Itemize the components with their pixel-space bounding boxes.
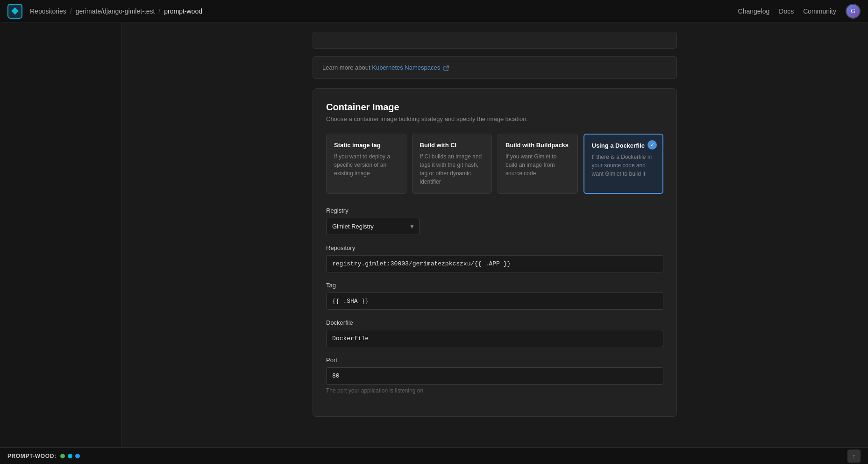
registry-group: Registry Gimlet Registry ▼ — [326, 207, 663, 235]
logo[interactable] — [7, 4, 22, 19]
k8s-learn-more-text: Learn more about — [322, 64, 372, 71]
section-title: Container Image — [326, 102, 663, 113]
selected-check-icon: ✓ — [647, 140, 657, 150]
status-dot-3 — [75, 454, 80, 458]
navbar: Repositories / gerimate/django-gimlet-te… — [0, 0, 868, 22]
layout: Learn more about Kubernetes Namespaces C… — [0, 22, 868, 464]
dockerfile-input[interactable] — [326, 330, 663, 347]
strategy-desc-ci: If CI builds an image and tags it with t… — [420, 152, 484, 186]
breadcrumb-current: prompt-wood — [164, 7, 202, 15]
registry-select-wrapper: Gimlet Registry ▼ — [326, 218, 420, 235]
status-dot-1 — [60, 454, 65, 458]
external-link-icon — [443, 65, 449, 71]
breadcrumb-org-repo[interactable]: gerimate/django-gimlet-test — [76, 7, 155, 15]
community-link[interactable]: Community — [803, 7, 836, 15]
sidebar — [0, 22, 121, 464]
repository-group: Repository — [326, 244, 663, 272]
tag-label: Tag — [326, 282, 663, 289]
registry-select[interactable]: Gimlet Registry — [326, 218, 420, 235]
strategy-desc-buildpacks: If you want Gimlet to build an image fro… — [505, 152, 570, 178]
k8s-info-section: Learn more about Kubernetes Namespaces — [313, 56, 677, 79]
section-subtitle: Choose a container image building strate… — [326, 115, 663, 122]
avatar-initials: G — [851, 8, 855, 14]
navbar-right: Changelog Docs Community G — [738, 4, 861, 19]
container-image-section: Container Image Choose a container image… — [313, 88, 677, 417]
top-bar-partial — [313, 32, 677, 49]
main-content: Learn more about Kubernetes Namespaces C… — [121, 22, 868, 464]
strategy-title-dockerfile: Using a Dockerfile — [592, 142, 655, 149]
repository-input[interactable] — [326, 255, 663, 272]
port-group: Port The port your application is listen… — [326, 357, 663, 394]
breadcrumb-repositories[interactable]: Repositories — [30, 7, 66, 15]
logo-icon — [11, 7, 19, 15]
avatar[interactable]: G — [846, 4, 861, 19]
k8s-namespaces-link[interactable]: Kubernetes Namespaces — [372, 64, 440, 71]
content-inner: Learn more about Kubernetes Namespaces C… — [313, 22, 677, 454]
strategy-card-dockerfile[interactable]: ✓ Using a Dockerfile If there is a Docke… — [583, 134, 664, 194]
port-input[interactable] — [326, 367, 663, 385]
tag-group: Tag — [326, 282, 663, 310]
strategy-card-static[interactable]: Static image tag If you want to deploy a… — [326, 134, 406, 194]
port-label: Port — [326, 357, 663, 364]
strategy-title-static: Static image tag — [334, 142, 398, 149]
strategy-desc-static: If you want to deploy a specific version… — [334, 152, 398, 178]
dockerfile-label: Dockerfile — [326, 319, 663, 326]
strategy-title-ci: Build with CI — [420, 142, 484, 149]
dockerfile-group: Dockerfile — [326, 319, 663, 347]
scroll-to-top-button[interactable]: ↑ — [847, 450, 861, 463]
strategy-card-ci[interactable]: Build with CI If CI builds an image and … — [412, 134, 492, 194]
status-label: PROMPT-WOOD: — [7, 453, 57, 459]
port-hint: The port your application is listening o… — [326, 387, 663, 394]
repository-label: Repository — [326, 244, 663, 251]
tag-input[interactable] — [326, 293, 663, 310]
breadcrumb-sep-1: / — [70, 7, 72, 15]
breadcrumb-sep-2: / — [158, 7, 160, 15]
strategy-desc-dockerfile: If there is a Dockerfile in your source … — [592, 153, 655, 178]
registry-label: Registry — [326, 207, 663, 214]
strategy-title-buildpacks: Build with Buildpacks — [505, 142, 570, 149]
status-bar: PROMPT-WOOD: ↑ — [0, 447, 868, 464]
changelog-link[interactable]: Changelog — [738, 7, 770, 15]
docs-link[interactable]: Docs — [779, 7, 794, 15]
breadcrumb: Repositories / gerimate/django-gimlet-te… — [30, 7, 202, 15]
strategy-grid: Static image tag If you want to deploy a… — [326, 134, 663, 194]
status-dots — [60, 454, 80, 458]
status-dot-2 — [68, 454, 72, 458]
strategy-card-buildpacks[interactable]: Build with Buildpacks If you want Gimlet… — [498, 134, 578, 194]
